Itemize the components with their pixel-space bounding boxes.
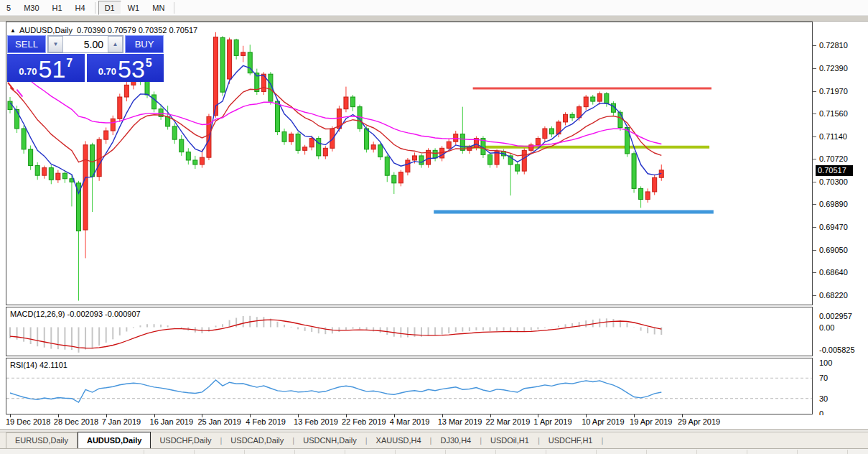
statusbar-segment-divider: [294, 450, 295, 454]
date-axis-label: 29 Apr 2019: [678, 417, 720, 426]
price-axis-label: 0.69890: [819, 200, 848, 208]
sell-button[interactable]: SELL: [7, 35, 46, 53]
symbol-tabs-bar: EURUSD,DailyAUDUSD,DailyUSDCHF,Daily|USD…: [0, 432, 868, 448]
price-axis-tick: [813, 159, 816, 159]
price-axis-label: 0.71140: [819, 132, 847, 141]
macd-label: MACD(12,26,9) -0.002093 -0.000907: [10, 310, 141, 318]
statusbar-segment-divider: [345, 450, 345, 454]
statusbar-segment-divider: [847, 450, 848, 454]
chart-title: ▲AUDUSD,Daily 0.70390 0.70579 0.70352 0.…: [10, 26, 197, 34]
volume-increase-button[interactable]: ▲: [108, 36, 123, 52]
symbol-marker-icon: ▲: [10, 27, 16, 34]
date-axis-label: 1 Apr 2019: [533, 417, 571, 426]
sell-price-quote[interactable]: 0.70517: [7, 54, 85, 82]
price-axis-label: 0.71970: [819, 87, 848, 96]
one-click-trading-panel: SELL ▼ ▲ BUY 0.70517 0.70535: [7, 35, 164, 82]
buy-price-big: 53: [118, 58, 145, 80]
date-axis-label: 19 Dec 2018: [6, 417, 50, 426]
statusbar-segment-divider: [646, 450, 647, 454]
price-axis-tick: [813, 272, 816, 273]
price-axis-label: 0.69470: [819, 223, 848, 231]
date-axis-label: 7 Jan 2019: [102, 417, 141, 426]
buy-price-point: 5: [146, 57, 152, 70]
volume-input[interactable]: [63, 36, 108, 52]
volume-decrease-button[interactable]: ▼: [48, 36, 63, 52]
price-axis-tick: [813, 68, 816, 69]
price-axis-label: 0.68640: [819, 268, 848, 277]
price-axis-tick: [813, 227, 816, 228]
date-axis-label: 13 Mar 2019: [438, 417, 482, 426]
statusbar-segment-divider: [395, 450, 396, 454]
macd-scale-label: 0.00: [819, 323, 834, 332]
statusbar-segment-divider: [144, 450, 144, 454]
date-axis-label: 28 Dec 2018: [54, 417, 98, 426]
symbol-tab-eurusd-daily[interactable]: EURUSD,Daily: [6, 432, 78, 448]
symbol-tab-dj30-h4[interactable]: DJ30,H4: [431, 433, 480, 448]
price-axis-tick: [813, 45, 816, 46]
price-axis-tick: [813, 295, 816, 296]
symbol-tab-usdoil-h1[interactable]: USDOil,H1: [482, 433, 538, 448]
statusbar-segment-divider: [696, 450, 697, 454]
price-axis-label: 0.72390: [819, 64, 848, 73]
statusbar-segment-divider: [747, 450, 747, 454]
statusbar-segment-divider: [244, 450, 245, 454]
price-axis-tick: [813, 114, 816, 114]
mt4-window: 5M30H1H4D1W1MN ▲AUDUSD,Daily 0.70390 0.7…: [0, 0, 868, 454]
buy-price-prefix: 0.70: [98, 66, 116, 77]
price-axis-label: 0.70300: [819, 177, 848, 186]
date-axis-label: 10 Apr 2019: [582, 417, 624, 426]
statusbar-segment-divider: [546, 450, 546, 454]
date-axis-label: 4 Mar 2019: [390, 417, 430, 426]
price-axis-tick: [813, 136, 816, 137]
symbol-tab-usdcad-daily[interactable]: USDCAD,Daily: [222, 433, 292, 448]
date-axis-label: 19 Apr 2019: [630, 417, 672, 426]
symbol-tab-usdchf-h1[interactable]: USDCHF,H1: [540, 433, 602, 448]
rsi-scale-label: 70: [819, 374, 828, 382]
date-axis-label: 13 Feb 2019: [294, 417, 338, 426]
symbol-tab-xauusd-h4[interactable]: XAUUSD,H4: [368, 433, 430, 448]
current-price-tag: 0.70517: [816, 165, 853, 176]
buy-price-quote[interactable]: 0.70535: [87, 54, 164, 82]
price-axis-label: 0.70720: [819, 154, 848, 163]
macd-scale-label: 0.002957: [819, 312, 852, 320]
date-axis-label: 4 Feb 2019: [246, 417, 286, 426]
date-axis-label: 16 Jan 2019: [150, 417, 194, 426]
price-axis-tick: [813, 250, 816, 251]
statusbar-segment-divider: [596, 450, 597, 454]
price-axis-label: 0.68220: [819, 291, 848, 300]
price-axis-tick: [813, 91, 816, 92]
statusbar-segment-divider: [797, 450, 798, 454]
price-axis-label: 0.69050: [819, 246, 848, 254]
rsi-scale-label: 100: [819, 358, 832, 367]
price-axis-tick: [813, 182, 816, 182]
macd-scale-label: -0.005825: [819, 346, 855, 354]
symbol-tab-audusd-daily[interactable]: AUDUSD,Daily: [78, 432, 151, 448]
volume-spinner: ▼ ▲: [47, 35, 123, 53]
symbol-tab-usdchf-daily[interactable]: USDCHF,Daily: [151, 433, 220, 448]
price-axis-label: 0.71560: [819, 109, 848, 118]
status-bar: [0, 448, 868, 454]
statusbar-segment-divider: [194, 450, 195, 454]
price-axis-tick: [813, 204, 816, 205]
symbol-tab-usdcnh-daily[interactable]: USDCNH,Daily: [294, 433, 365, 448]
sell-price-prefix: 0.70: [19, 66, 37, 77]
statusbar-segment-divider: [445, 450, 446, 454]
date-axis-label: 22 Feb 2019: [342, 417, 386, 426]
chart-symbol: AUDUSD,Daily: [19, 26, 73, 34]
date-axis: 19 Dec 201828 Dec 20187 Jan 201916 Jan 2…: [0, 415, 868, 429]
sell-price-big: 51: [39, 58, 66, 80]
date-axis-label: 22 Mar 2019: [486, 417, 531, 426]
date-axis-label: 25 Jan 2019: [197, 417, 241, 426]
buy-button[interactable]: BUY: [125, 35, 164, 53]
chart-ohlc-values: 0.70390 0.70579 0.70352 0.70517: [77, 26, 197, 34]
sell-price-point: 7: [66, 57, 73, 70]
rsi-label: RSI(14) 42.1101: [10, 361, 67, 369]
rsi-scale-label: 30: [819, 394, 828, 403]
statusbar-segment-divider: [495, 450, 496, 454]
price-axis-label: 0.72810: [819, 41, 848, 50]
tab-separator: |: [601, 436, 603, 448]
